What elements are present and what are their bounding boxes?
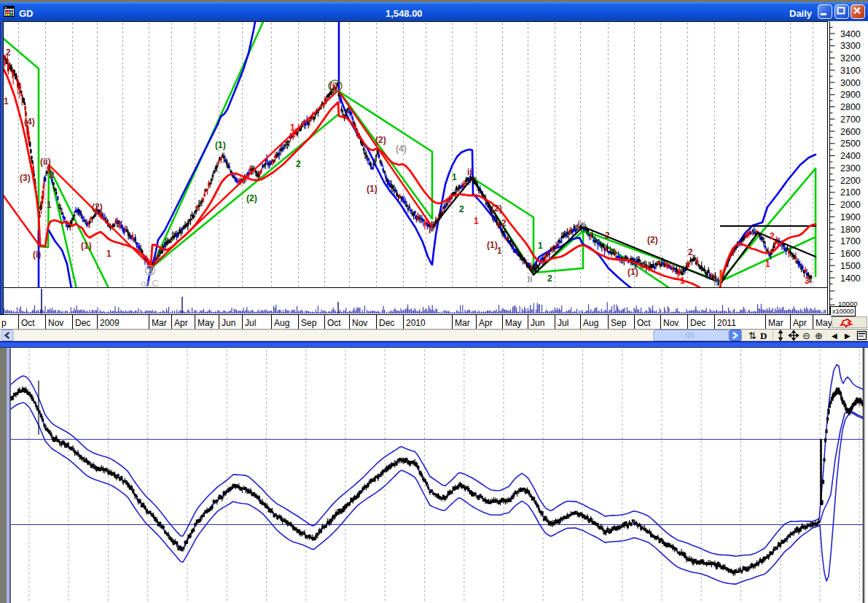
svg-text:2200: 2200 <box>840 176 861 186</box>
svg-text:(4): (4) <box>396 144 407 154</box>
svg-text:2: 2 <box>459 204 464 214</box>
svg-text:or C: or C <box>141 278 159 289</box>
svg-text:ii: ii <box>528 274 533 284</box>
svg-text:(2): (2) <box>375 135 386 145</box>
svg-text:Apr: Apr <box>793 318 807 328</box>
svg-text:Aug: Aug <box>583 318 598 328</box>
svg-text:Nov: Nov <box>663 318 679 328</box>
svg-text:◀: ◀ <box>832 332 837 340</box>
svg-text:(1): (1) <box>215 140 226 150</box>
svg-text:1800: 1800 <box>840 225 861 235</box>
svg-text:2011: 2011 <box>717 318 736 328</box>
svg-text:(1): (1) <box>487 240 498 250</box>
svg-text:(3): (3) <box>20 173 31 183</box>
svg-text:2000: 2000 <box>840 200 861 210</box>
svg-text:1: 1 <box>290 122 295 133</box>
svg-text:Aug: Aug <box>274 318 289 328</box>
svg-text:3200: 3200 <box>840 53 861 63</box>
svg-text:1: 1 <box>538 241 543 251</box>
svg-text:2500: 2500 <box>840 139 861 149</box>
svg-text:Jul: Jul <box>245 318 256 328</box>
svg-text:2: 2 <box>501 218 507 228</box>
svg-text:(2): (2) <box>647 235 658 245</box>
svg-text:1: 1 <box>4 96 9 106</box>
svg-text:⇅: ⇅ <box>748 330 756 341</box>
svg-text:Mar: Mar <box>455 318 470 328</box>
svg-text:Mar: Mar <box>152 318 167 328</box>
svg-text:2010: 2010 <box>406 318 426 328</box>
svg-text:3100: 3100 <box>840 66 861 76</box>
svg-text:i: i <box>429 225 431 236</box>
svg-text:Dec: Dec <box>690 318 705 328</box>
svg-text:2700: 2700 <box>840 114 861 125</box>
svg-text:⊝: ⊝ <box>802 330 810 341</box>
svg-text:ii: ii <box>467 167 472 177</box>
svg-text:p: p <box>1 318 7 328</box>
svg-text:1400: 1400 <box>840 273 861 284</box>
svg-text:2: 2 <box>50 170 55 180</box>
svg-text:Jun: Jun <box>531 318 544 328</box>
svg-text:(2): (2) <box>491 203 502 214</box>
svg-text:2900: 2900 <box>840 90 861 100</box>
svg-text:2: 2 <box>296 159 301 169</box>
svg-text:D: D <box>760 330 767 341</box>
svg-text:Sep: Sep <box>301 318 317 328</box>
svg-text:⊕: ⊕ <box>815 330 823 341</box>
svg-text:3400: 3400 <box>840 29 861 39</box>
svg-text:(2): (2) <box>92 202 103 212</box>
svg-text:Nov: Nov <box>352 318 367 328</box>
svg-text:2800: 2800 <box>840 102 861 112</box>
svg-text:Oct: Oct <box>637 318 651 328</box>
svg-text:(i): (i) <box>33 249 41 260</box>
svg-text:1600: 1600 <box>840 249 861 259</box>
svg-text:1: 1 <box>497 246 502 256</box>
svg-text:2100: 2100 <box>840 187 861 198</box>
svg-text:1: 1 <box>452 172 457 182</box>
svg-text:2: 2 <box>117 219 122 230</box>
svg-text:Apr: Apr <box>174 318 188 328</box>
svg-text:Mar: Mar <box>768 318 783 328</box>
svg-text:(2): (2) <box>246 193 257 203</box>
svg-text:Jun: Jun <box>222 318 235 328</box>
svg-text:1: 1 <box>680 276 685 286</box>
svg-text:1: 1 <box>765 259 770 269</box>
svg-text:2300: 2300 <box>840 163 861 174</box>
svg-text:2: 2 <box>770 231 775 241</box>
svg-text:(1): (1) <box>627 267 638 277</box>
svg-text:Dec: Dec <box>379 318 394 328</box>
svg-text:May: May <box>198 318 214 328</box>
svg-text:2: 2 <box>547 273 552 284</box>
svg-text:May: May <box>816 318 832 328</box>
svg-text:2009: 2009 <box>100 318 120 328</box>
svg-text:Oct: Oct <box>327 318 341 328</box>
svg-text:1500: 1500 <box>840 261 861 271</box>
svg-text:Jul: Jul <box>558 318 568 328</box>
svg-text:1900: 1900 <box>840 212 861 222</box>
svg-text:3300: 3300 <box>840 41 861 51</box>
svg-text:1: 1 <box>106 249 112 259</box>
svg-text:iv: iv <box>578 219 585 229</box>
svg-text:(1): (1) <box>367 184 378 194</box>
svg-text:(1): (1) <box>81 241 92 251</box>
svg-text:1: 1 <box>474 216 479 226</box>
svg-text:May: May <box>505 318 522 328</box>
svg-text:▶: ▶ <box>845 332 851 340</box>
svg-text:Apr: Apr <box>479 318 493 328</box>
svg-text:Nov: Nov <box>48 318 63 328</box>
svg-text:Oct: Oct <box>21 318 35 328</box>
svg-text:(4): (4) <box>24 117 35 127</box>
svg-text:3000: 3000 <box>840 78 861 88</box>
svg-text:x10000: x10000 <box>832 308 854 315</box>
svg-text:(ii): (ii) <box>40 157 51 167</box>
svg-text:1: 1 <box>47 200 52 210</box>
svg-text:iii: iii <box>713 278 721 288</box>
svg-text:2400: 2400 <box>840 151 861 161</box>
svg-text:2600: 2600 <box>840 127 861 137</box>
svg-text:2: 2 <box>6 47 11 58</box>
svg-text:2: 2 <box>688 247 693 257</box>
svg-text:2: 2 <box>605 230 610 241</box>
svg-text:Sep: Sep <box>611 318 627 328</box>
svg-text:3: 3 <box>805 276 810 286</box>
svg-text:1700: 1700 <box>840 236 861 246</box>
svg-text:Dec: Dec <box>75 318 90 328</box>
